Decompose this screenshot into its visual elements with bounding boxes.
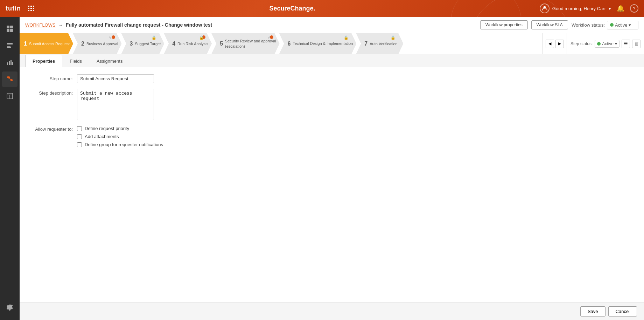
content-area: WORKFLOWS → Fully automated Firewall cha… bbox=[20, 17, 644, 320]
svg-rect-5 bbox=[7, 43, 13, 44]
step-name-label: Step name: bbox=[28, 74, 77, 81]
sidebar-item-windows[interactable] bbox=[2, 88, 18, 104]
pipeline-prev-button[interactable]: ◀ bbox=[546, 40, 554, 48]
step-pipeline: 1 Submit Access Request 2 Business Appro… bbox=[20, 33, 644, 54]
tab-content-properties: Step name: Step description: Submit a ne… bbox=[20, 67, 644, 302]
step-2-branch-icon: ⑃ bbox=[108, 35, 111, 40]
pipeline-nav: ◀ ▶ bbox=[542, 33, 567, 54]
title-bar: WORKFLOWS → Fully automated Firewall cha… bbox=[20, 17, 644, 33]
sidebar-item-workflows[interactable] bbox=[2, 72, 18, 87]
sidebar-item-dashboard[interactable] bbox=[2, 21, 18, 36]
svg-rect-8 bbox=[7, 47, 11, 48]
step-3-label: Suggest Target bbox=[135, 42, 161, 46]
pipeline-next-button[interactable]: ▶ bbox=[555, 40, 564, 48]
svg-rect-2 bbox=[10, 26, 13, 28]
step-2-indicator bbox=[112, 35, 115, 39]
step-status-label: Step status: bbox=[570, 41, 593, 46]
allow-checkboxes: Define request priority Add attachments … bbox=[77, 126, 163, 150]
breadcrumb: WORKFLOWS → Fully automated Firewall cha… bbox=[25, 22, 212, 28]
workflow-sla-button[interactable]: Workflow SLA bbox=[531, 20, 568, 29]
step-6-number: 6 bbox=[288, 41, 291, 47]
step-1-label: Submit Access Request bbox=[29, 42, 70, 46]
pipeline-step-6[interactable]: 6 Technical Design & Implementation 🔒 bbox=[279, 33, 357, 54]
step-4-number: 4 bbox=[172, 41, 175, 47]
sidebar-item-requests[interactable] bbox=[2, 38, 18, 53]
step-3-number: 3 bbox=[130, 41, 133, 47]
breadcrumb-link[interactable]: WORKFLOWS bbox=[25, 22, 56, 28]
step-5-label: Security Review and approval(escalation) bbox=[225, 39, 276, 49]
tab-properties[interactable]: Properties bbox=[25, 55, 62, 67]
workflow-status-label: Workflow status: bbox=[572, 22, 605, 28]
user-greeting[interactable]: Good morning, Henry Carr ▾ bbox=[540, 4, 611, 13]
save-button[interactable]: Save bbox=[580, 306, 606, 316]
workflow-status-section: Workflow status: Active ▾ bbox=[572, 21, 638, 29]
sidebar-item-reports[interactable] bbox=[2, 55, 18, 70]
svg-rect-3 bbox=[7, 29, 9, 32]
chevron-down-icon: ▾ bbox=[609, 6, 611, 11]
greeting-text: Good morning, Henry Carr bbox=[552, 6, 606, 11]
logo-divider bbox=[264, 4, 264, 13]
step-description-textarea[interactable]: Submit a new access request bbox=[77, 89, 154, 120]
svg-rect-4 bbox=[10, 29, 13, 32]
svg-point-13 bbox=[7, 77, 8, 78]
step-status-dot bbox=[597, 42, 601, 46]
title-bar-actions: Workflow properties Workflow SLA Workflo… bbox=[480, 20, 638, 29]
workflow-status-dropdown[interactable]: Active ▾ bbox=[607, 21, 638, 29]
pipeline-steps: 1 Submit Access Request 2 Business Appro… bbox=[20, 33, 542, 54]
svg-rect-1 bbox=[7, 26, 9, 28]
step-3-lock-icon: 🔒 bbox=[152, 35, 156, 40]
step-list-button[interactable]: ☰ bbox=[622, 40, 630, 48]
step-1-number: 1 bbox=[24, 41, 27, 47]
workflow-status-value: Active bbox=[615, 22, 627, 28]
step-delete-button[interactable]: 🗑 bbox=[632, 40, 640, 48]
step-description-row: Step description: Submit a new access re… bbox=[28, 89, 636, 120]
svg-rect-10 bbox=[9, 61, 10, 65]
checkbox-define-priority[interactable] bbox=[77, 126, 82, 131]
step-4-lock-icon: 🔒 bbox=[199, 35, 204, 40]
apps-icon[interactable] bbox=[28, 6, 35, 11]
step-6-info: Technical Design & Implementation bbox=[293, 41, 353, 46]
user-avatar bbox=[540, 4, 550, 13]
step-7-number: 7 bbox=[364, 41, 368, 47]
page-title: Fully automated Firewall change request … bbox=[66, 22, 212, 28]
tufin-logo: tufin bbox=[6, 5, 21, 12]
pipeline-step-1[interactable]: 1 Submit Access Request bbox=[20, 33, 73, 54]
step-status-dropdown[interactable]: Active ▾ bbox=[595, 40, 620, 48]
topnav-right: Good morning, Henry Carr ▾ 🔔 ? bbox=[540, 4, 638, 13]
step-name-input[interactable] bbox=[77, 74, 154, 83]
status-chevron-icon: ▾ bbox=[629, 22, 631, 28]
checkbox-add-attachments-row: Add attachments bbox=[77, 134, 163, 139]
allow-requester-label: Allow requester to: bbox=[28, 126, 77, 132]
bottom-bar: Save Cancel bbox=[20, 302, 644, 320]
breadcrumb-arrow: → bbox=[58, 22, 63, 28]
tab-fields[interactable]: Fields bbox=[62, 55, 89, 67]
step-7-info: Auto Verification bbox=[370, 42, 398, 46]
tab-assignments[interactable]: Assignments bbox=[89, 55, 130, 67]
step-1-info: Submit Access Request bbox=[29, 42, 70, 46]
step-3-info: Suggest Target bbox=[135, 42, 161, 46]
help-icon[interactable]: ? bbox=[630, 4, 638, 13]
step-5-number: 5 bbox=[220, 41, 223, 47]
cancel-button[interactable]: Cancel bbox=[608, 306, 637, 316]
svg-rect-6 bbox=[7, 45, 13, 45]
checkbox-add-attachments[interactable] bbox=[77, 134, 82, 139]
step-6-label: Technical Design & Implementation bbox=[293, 41, 353, 46]
step-7-label: Auto Verification bbox=[370, 42, 398, 46]
pipeline-step-2[interactable]: 2 Business Approval ⑃ bbox=[73, 33, 121, 54]
tabs-bar: Properties Fields Assignments bbox=[20, 54, 644, 67]
step-status-section: Step status: Active ▾ ☰ 🗑 bbox=[567, 33, 644, 54]
step-5-branch-icon: ⑃ bbox=[268, 35, 271, 40]
svg-point-14 bbox=[11, 80, 13, 81]
checkbox-define-group[interactable] bbox=[77, 142, 82, 147]
workflow-properties-button[interactable]: Workflow properties bbox=[480, 20, 528, 29]
svg-rect-12 bbox=[12, 62, 13, 65]
step-5-info: Security Review and approval(escalation) bbox=[225, 39, 276, 49]
step-2-info: Business Approval bbox=[86, 42, 118, 46]
pipeline-step-4[interactable]: 4 Run Risk Analysis 🔒 bbox=[164, 33, 212, 54]
sidebar-item-settings[interactable] bbox=[2, 300, 18, 316]
pipeline-step-5[interactable]: 5 Security Review and approval(escalatio… bbox=[211, 33, 279, 54]
top-navigation: tufin SecureChange. Good morning, Henry … bbox=[0, 0, 644, 17]
pipeline-step-7[interactable]: 7 Auto Verification 🔒 bbox=[356, 33, 403, 54]
bell-icon[interactable]: 🔔 bbox=[617, 5, 624, 12]
pipeline-step-3[interactable]: 3 Suggest Target 🔒 bbox=[121, 33, 164, 54]
